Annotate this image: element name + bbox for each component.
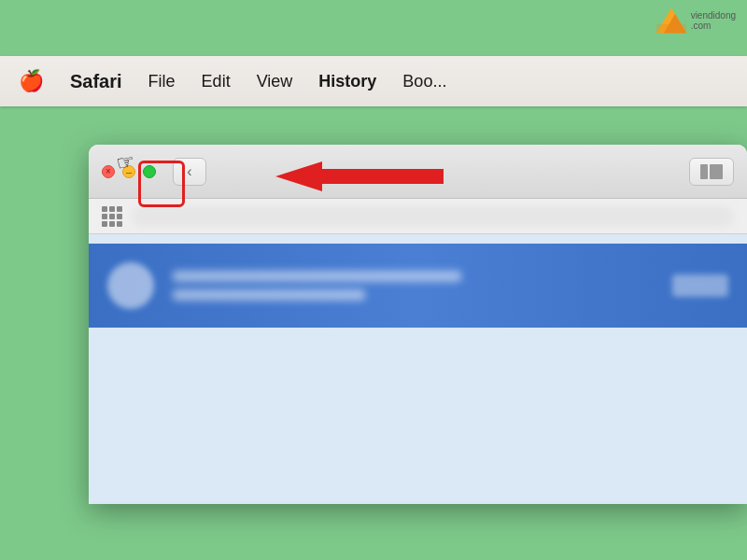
viendidong-badge: viendidong .com: [656, 7, 736, 34]
file-menu[interactable]: File: [148, 72, 176, 91]
bookmarks-menu[interactable]: Boo...: [402, 72, 446, 91]
viendidong-logo-icon: [656, 7, 686, 34]
content-line-1: [173, 271, 461, 282]
url-bar-blurred: [132, 206, 734, 227]
content-text: [173, 271, 654, 301]
maximize-button[interactable]: [143, 165, 156, 178]
highlight-box: [138, 161, 185, 207]
content-logo: [107, 262, 154, 309]
instruction-arrow: [275, 158, 444, 199]
edit-menu[interactable]: Edit: [202, 72, 231, 91]
sidebar-toggle-button[interactable]: [689, 158, 734, 186]
safari-menu[interactable]: Safari: [70, 71, 122, 92]
content-button: [672, 274, 728, 297]
brand-name: viendidong .com: [691, 10, 736, 31]
history-menu[interactable]: History: [318, 72, 376, 91]
content-line-2: [173, 289, 365, 301]
window-titlebar: × – ☞ ‹: [89, 145, 747, 199]
cursor-hand-icon: ☞: [115, 148, 137, 175]
view-menu[interactable]: View: [257, 72, 293, 91]
content-header-bar: [89, 244, 747, 328]
menu-bar: 🍎 Safari File Edit View History Boo...: [0, 56, 747, 106]
toolbar: [89, 199, 747, 234]
svg-marker-3: [275, 161, 444, 191]
svg-rect-2: [656, 24, 686, 34]
close-button[interactable]: ×: [102, 165, 115, 178]
safari-window: × – ☞ ‹: [89, 145, 747, 504]
apps-grid-icon[interactable]: [102, 206, 122, 227]
page-content: [89, 234, 747, 504]
apple-menu[interactable]: 🍎: [19, 69, 44, 93]
